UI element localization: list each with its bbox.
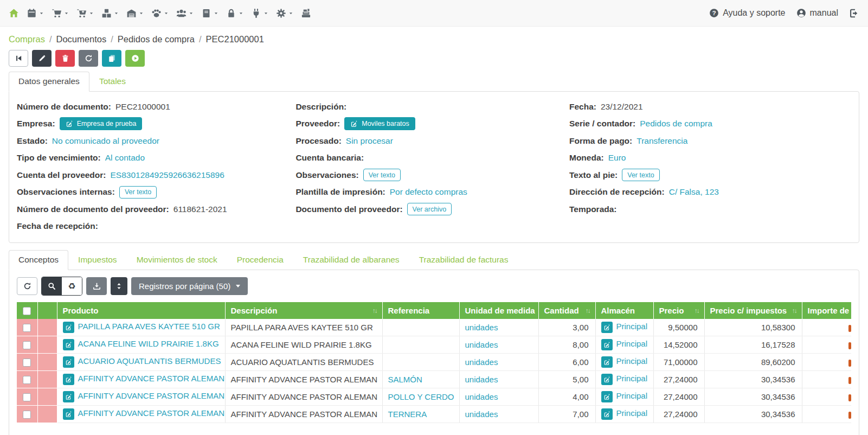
tab-impuestos[interactable]: Impuestos: [68, 250, 127, 270]
users-menu[interactable]: [176, 8, 194, 18]
copy-button[interactable]: [102, 50, 121, 67]
tab-totales[interactable]: Totales: [89, 72, 136, 92]
field-value-button[interactable]: Moviles baratos: [344, 117, 415, 130]
warehouse-link[interactable]: Principal: [616, 322, 648, 331]
warehouse-link[interactable]: Principal: [616, 408, 648, 418]
unit-link[interactable]: unidades: [465, 410, 498, 419]
plug-menu[interactable]: [251, 8, 268, 18]
sort-icon[interactable]: ↑↓: [586, 307, 590, 315]
column-header-check[interactable]: [17, 302, 37, 319]
product-link[interactable]: ACUARIO AQUATLANTIS BERMUDES: [78, 356, 221, 366]
unit-link[interactable]: unidades: [465, 357, 498, 367]
boxes-menu[interactable]: [101, 8, 119, 18]
help-support-link[interactable]: Ayuda y soporte: [709, 8, 785, 18]
edit-product-button[interactable]: [63, 374, 74, 385]
row-checkbox[interactable]: [23, 376, 31, 384]
logout-button[interactable]: [849, 8, 859, 18]
process-button[interactable]: [125, 50, 145, 67]
warehouse-link[interactable]: Principal: [616, 339, 648, 348]
cart-arrow-down-menu[interactable]: [52, 8, 69, 18]
view-text-button[interactable]: Ver texto: [119, 186, 157, 199]
search-button[interactable]: [42, 277, 62, 295]
row-checkbox[interactable]: [23, 393, 31, 401]
edit-product-button[interactable]: [63, 322, 74, 333]
row-checkbox[interactable]: [23, 411, 31, 419]
field-value-link[interactable]: Transferencia: [636, 136, 687, 146]
view-text-button[interactable]: Ver texto: [363, 169, 401, 181]
tab-movimientos-de-stock[interactable]: Movimientos de stock: [127, 250, 227, 270]
first-record-button[interactable]: [9, 50, 28, 67]
product-link[interactable]: AFFINITY ADVANCE PASTOR ALEMAN: [78, 408, 225, 418]
warehouse-link[interactable]: Principal: [616, 391, 648, 400]
warehouse-link[interactable]: Principal: [616, 374, 648, 383]
unit-link[interactable]: unidades: [465, 392, 498, 401]
field-value-link[interactable]: Por defecto compras: [390, 187, 467, 197]
column-header-importe-de[interactable]: Importe de: [802, 302, 851, 319]
edit-product-button[interactable]: [63, 391, 74, 402]
edit-warehouse-button[interactable]: [601, 322, 613, 333]
field-value-link[interactable]: Euro: [608, 153, 626, 163]
tab-conceptos[interactable]: Conceptos: [9, 250, 68, 270]
product-link[interactable]: ACANA FELINE WILD PRAIRIE 1.8KG: [78, 339, 219, 348]
edit-warehouse-button[interactable]: [601, 339, 613, 350]
field-value-link[interactable]: No comunicado al proveedor: [52, 136, 159, 146]
delete-button[interactable]: [55, 50, 75, 67]
edit-product-button[interactable]: [63, 339, 74, 350]
edit-warehouse-button[interactable]: [601, 356, 613, 368]
edit-warehouse-button[interactable]: [601, 408, 613, 420]
column-header-producto[interactable]: Producto: [57, 302, 225, 319]
sort-icon[interactable]: ↑↓: [372, 307, 377, 315]
tab-trazabilidad-de-facturas[interactable]: Trazabilidad de facturas: [409, 250, 518, 270]
field-value-link[interactable]: Al contado: [105, 153, 145, 163]
refresh-table-button[interactable]: [17, 277, 37, 295]
warehouse-link[interactable]: Principal: [616, 356, 648, 366]
reference-link[interactable]: TERNERA: [388, 410, 427, 419]
column-header-unidad-de-medida[interactable]: Unidad de medida: [459, 302, 538, 319]
paw-menu[interactable]: [151, 8, 169, 18]
sort-icon[interactable]: ↑↓: [792, 307, 796, 315]
row-checkbox[interactable]: [23, 359, 31, 367]
field-value-button[interactable]: Empresa de prueba: [60, 117, 143, 130]
reference-link[interactable]: SALMÓN: [388, 375, 422, 384]
row-checkbox[interactable]: [23, 341, 31, 349]
field-value-link[interactable]: Sin procesar: [346, 136, 393, 146]
warehouse-menu[interactable]: [126, 8, 144, 18]
book-menu[interactable]: [201, 8, 218, 18]
column-header-descripcion[interactable]: Descripción↑↓: [225, 302, 382, 319]
row-checkbox[interactable]: [23, 324, 31, 332]
tab-datos-generales[interactable]: Datos generales: [9, 72, 89, 92]
product-link[interactable]: AFFINITY ADVANCE PASTOR ALEMAN: [78, 391, 225, 400]
clear-filters-button[interactable]: ♻: [62, 277, 82, 295]
reference-link[interactable]: POLLO Y CERDO: [388, 392, 454, 401]
records-per-page-dropdown[interactable]: Registros por página (50): [131, 277, 248, 295]
column-header-cantidad[interactable]: Cantidad↑↓: [538, 302, 595, 319]
cart-plus-menu[interactable]: [76, 8, 94, 18]
breadcrumb-item-pedidos-de-compra[interactable]: Pedidos de compra: [118, 34, 195, 44]
field-value-link[interactable]: Pedidos de compra: [640, 119, 712, 129]
column-header-precio[interactable]: Precio↑↓: [653, 302, 704, 319]
edit-warehouse-button[interactable]: [601, 391, 613, 402]
edit-product-button[interactable]: [63, 356, 74, 368]
edit-warehouse-button[interactable]: [601, 374, 613, 385]
field-value-link[interactable]: ES8301284925926636215896: [111, 170, 224, 180]
unit-link[interactable]: unidades: [465, 340, 498, 349]
tab-trazabilidad-de-albaranes[interactable]: Trazabilidad de albaranes: [293, 250, 409, 270]
tab-procedencia[interactable]: Procedencia: [227, 250, 293, 270]
view-text-button[interactable]: Ver archivo: [407, 203, 452, 215]
gear-menu[interactable]: [276, 8, 293, 18]
breadcrumb-item-documentos[interactable]: Documentos: [56, 34, 107, 44]
column-header-almacen[interactable]: Almacén: [595, 302, 653, 319]
lock-menu[interactable]: [226, 8, 243, 18]
calendar-menu[interactable]: [27, 8, 44, 18]
home-menu[interactable]: [9, 8, 19, 18]
edit-product-button[interactable]: [63, 408, 74, 420]
sort-icon[interactable]: ↑↓: [695, 307, 699, 315]
user-menu[interactable]: manual: [796, 8, 838, 18]
column-header-precio-c-impuestos[interactable]: Precio c/ impuestos↑↓: [704, 302, 802, 319]
refresh-button[interactable]: [79, 50, 98, 67]
export-button[interactable]: [86, 277, 107, 295]
product-link[interactable]: AFFINITY ADVANCE PASTOR ALEMAN: [78, 374, 225, 383]
cash-register-menu[interactable]: [301, 8, 311, 18]
select-all-checkbox[interactable]: [23, 307, 31, 315]
column-header-referencia[interactable]: Referencia: [382, 302, 459, 319]
